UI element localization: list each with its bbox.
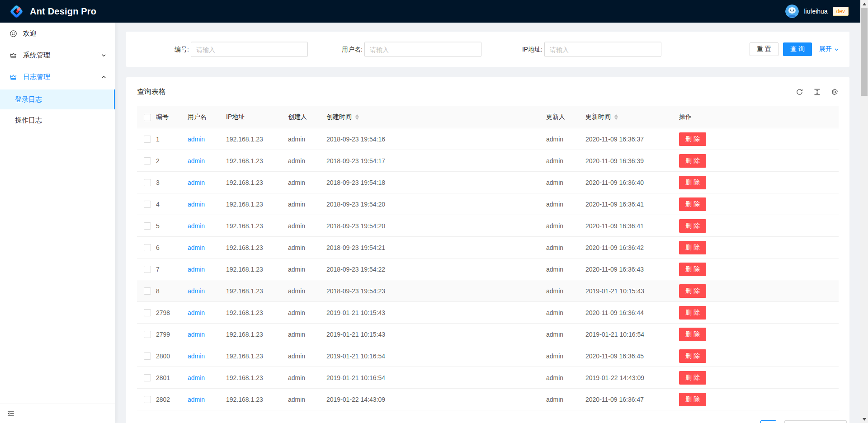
delete-button[interactable]: 删 除: [679, 263, 706, 276]
table-row: 5 admin 192.168.1.23 admin 2018-09-23 19…: [137, 215, 839, 237]
delete-button[interactable]: 删 除: [679, 393, 706, 406]
cell-creator: admin: [288, 287, 326, 295]
delete-button[interactable]: 删 除: [679, 241, 706, 254]
cell-updater: admin: [546, 222, 585, 230]
username-link[interactable]: admin: [188, 201, 205, 208]
cell-updater: admin: [546, 266, 585, 273]
delete-button[interactable]: 删 除: [679, 371, 706, 385]
cell-creator: admin: [288, 222, 326, 230]
delete-button[interactable]: 删 除: [679, 132, 706, 146]
delete-button[interactable]: 删 除: [679, 219, 706, 233]
row-checkbox[interactable]: [144, 179, 151, 186]
username-input[interactable]: [364, 42, 481, 57]
cell-id: 4: [156, 201, 188, 208]
pagination-active-page[interactable]: [760, 420, 776, 423]
username-link[interactable]: admin: [188, 222, 205, 230]
row-checkbox[interactable]: [144, 222, 151, 230]
column-header-updater: 更新人: [546, 113, 585, 121]
expand-label: 展开: [819, 45, 832, 53]
reload-icon[interactable]: [796, 88, 803, 96]
username-link[interactable]: admin: [188, 309, 205, 316]
sidebar-item-welcome[interactable]: 欢迎: [0, 24, 115, 42]
cell-created-time: 2019-01-21 10:15:43: [326, 309, 546, 316]
cell-creator: admin: [288, 331, 326, 338]
table-toolbar: [796, 88, 839, 96]
column-header-created-time[interactable]: 创建时间: [326, 113, 546, 121]
delete-button[interactable]: 删 除: [679, 197, 706, 211]
username-link[interactable]: admin: [188, 287, 205, 295]
row-checkbox[interactable]: [144, 201, 151, 208]
table-row: 4 admin 192.168.1.23 admin 2018-09-23 19…: [137, 193, 839, 215]
username-link[interactable]: admin: [188, 136, 205, 143]
sidebar-item-system-management[interactable]: 系统管理: [0, 46, 115, 64]
row-checkbox[interactable]: [144, 266, 151, 273]
table-row: 2799 admin 192.168.1.23 admin 2019-01-21…: [137, 324, 839, 345]
cell-updated-time: 2019-01-21 10:15:43: [585, 287, 679, 295]
chevron-up-icon: [101, 75, 106, 80]
cell-updater: admin: [546, 352, 585, 360]
sidebar-item-login-log[interactable]: 登录日志: [0, 89, 115, 109]
delete-button[interactable]: 删 除: [679, 176, 706, 189]
table-row: 2802 admin 192.168.1.23 admin 2019-01-22…: [137, 389, 839, 410]
cell-created-time: 2018-09-23 19:54:22: [326, 266, 546, 273]
delete-button[interactable]: 删 除: [679, 306, 706, 320]
crown-icon: [9, 52, 17, 59]
sidebar-item-label: 欢迎: [23, 29, 37, 38]
page-scrollbar[interactable]: [860, 0, 868, 423]
cell-updater: admin: [546, 201, 585, 208]
logo[interactable]: Ant Design Pro: [9, 4, 96, 19]
row-checkbox[interactable]: [144, 331, 151, 338]
username-link[interactable]: admin: [188, 352, 205, 360]
sidebar-item-log-management[interactable]: 日志管理: [0, 68, 115, 86]
cell-id: 2: [156, 157, 188, 164]
username[interactable]: liufeihua: [804, 8, 827, 15]
delete-button[interactable]: 删 除: [679, 284, 706, 298]
row-checkbox[interactable]: [144, 244, 151, 251]
username-link[interactable]: admin: [188, 396, 205, 403]
row-checkbox[interactable]: [144, 352, 151, 360]
ip-input[interactable]: [544, 42, 661, 57]
username-link[interactable]: admin: [188, 179, 205, 186]
id-input[interactable]: [191, 42, 308, 57]
row-checkbox[interactable]: [144, 374, 151, 381]
sidebar-item-operation-log[interactable]: 操作日志: [0, 110, 115, 130]
column-height-icon[interactable]: [813, 88, 821, 96]
username-link[interactable]: admin: [188, 266, 205, 273]
cell-updated-time: 2020-11-09 16:36:41: [585, 201, 679, 208]
cell-ip: 192.168.1.23: [226, 179, 288, 186]
reset-button[interactable]: 重 置: [750, 42, 778, 56]
query-button[interactable]: 查 询: [783, 42, 812, 56]
avatar[interactable]: [785, 5, 799, 18]
cell-created-time: 2019-01-21 10:16:54: [326, 352, 546, 360]
scrollbar-down-arrow-icon[interactable]: [860, 415, 868, 423]
cell-created-time: 2018-09-23 19:54:21: [326, 244, 546, 251]
expand-link[interactable]: 展开: [819, 45, 839, 53]
row-checkbox[interactable]: [144, 136, 151, 143]
username-link[interactable]: admin: [188, 374, 205, 381]
setting-icon[interactable]: [831, 88, 839, 96]
delete-button[interactable]: 删 除: [679, 349, 706, 363]
cell-created-time: 2018-09-23 19:54:23: [326, 287, 546, 295]
column-header-updated-time[interactable]: 更新时间: [585, 113, 679, 121]
column-header-action: 操作: [679, 113, 838, 121]
row-checkbox[interactable]: [144, 396, 151, 403]
delete-button[interactable]: 删 除: [679, 328, 706, 341]
menu-fold-icon[interactable]: [7, 409, 15, 418]
select-all-checkbox[interactable]: [144, 114, 151, 121]
scrollbar-thumb[interactable]: [861, 8, 868, 96]
row-checkbox[interactable]: [144, 287, 151, 295]
column-header-id: 编号: [156, 113, 188, 121]
cell-ip: 192.168.1.23: [226, 222, 288, 230]
cell-creator: admin: [288, 244, 326, 251]
row-checkbox[interactable]: [144, 309, 151, 316]
username-link[interactable]: admin: [188, 244, 205, 251]
row-checkbox[interactable]: [144, 157, 151, 164]
username-link[interactable]: admin: [188, 331, 205, 338]
username-link[interactable]: admin: [188, 157, 205, 164]
table-row: 8 admin 192.168.1.23 admin 2018-09-23 19…: [137, 280, 839, 302]
table-body: 1 admin 192.168.1.23 admin 2018-09-23 19…: [137, 128, 839, 410]
cell-id: 2799: [156, 331, 188, 338]
delete-button[interactable]: 删 除: [679, 154, 706, 168]
pagination-page-size-select[interactable]: [784, 420, 847, 423]
scrollbar-up-arrow-icon[interactable]: [860, 0, 868, 8]
